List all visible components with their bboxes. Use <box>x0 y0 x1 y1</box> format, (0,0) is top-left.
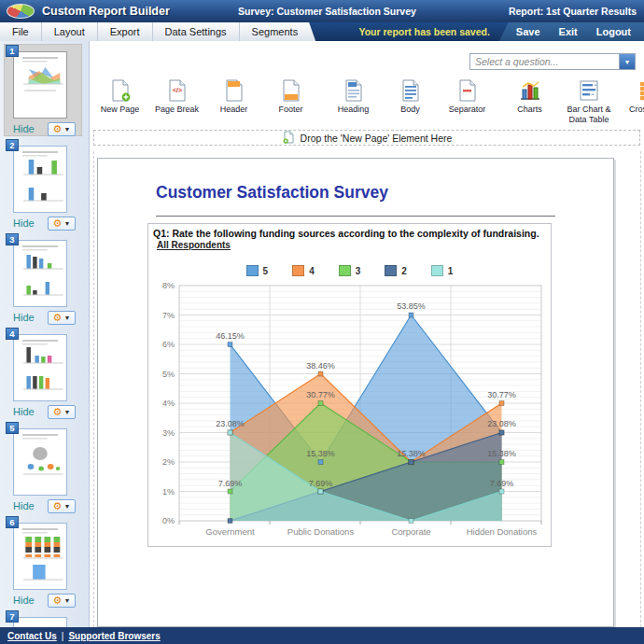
hide-page-link[interactable]: Hide <box>13 500 35 511</box>
hide-page-link[interactable]: Hide <box>13 406 35 417</box>
data-label: 38.46% <box>306 361 335 371</box>
legend-swatch <box>385 265 397 276</box>
hide-page-link[interactable]: Hide <box>13 217 35 229</box>
hide-page-link[interactable]: Hide <box>13 312 35 323</box>
data-point <box>318 371 323 376</box>
page-number-badge: 5 <box>6 422 19 434</box>
chart-legend: 54321 <box>148 265 551 276</box>
save-button[interactable]: Save <box>516 26 540 37</box>
page-options-button[interactable]: ⚙▼ <box>48 122 76 136</box>
y-axis-tick-label: 5% <box>162 370 175 379</box>
legend-label: 5 <box>263 266 269 276</box>
page-actions-row: Hide⚙▼ <box>7 216 84 231</box>
y-axis-tick-label: 4% <box>162 399 175 408</box>
toolbar-item-separator[interactable]: Separator <box>439 75 496 115</box>
bar-chart-data-table-icon <box>577 78 601 103</box>
hide-page-link[interactable]: Hide <box>13 123 35 134</box>
survey-label: Survey: Customer Satisfaction Survey <box>238 6 416 17</box>
legend-swatch <box>246 265 259 276</box>
menu-item-data-settings[interactable]: Data Settings <box>153 22 240 41</box>
legend-item-4: 4 <box>292 265 315 276</box>
legend-swatch <box>431 265 443 276</box>
data-label: 15.38% <box>397 449 426 458</box>
data-point <box>228 489 232 494</box>
page-thumbnail[interactable] <box>13 240 67 307</box>
question-select-input[interactable]: Select a question... <box>470 54 619 69</box>
legend-swatch <box>292 265 304 276</box>
page-actions-row: Hide⚙▼ <box>7 593 84 608</box>
session-actions: SaveExitLogout <box>499 22 644 41</box>
page-thumbnail[interactable] <box>13 617 67 627</box>
exit-button[interactable]: Exit <box>559 26 578 37</box>
toolbar-item-label: Body <box>400 105 420 115</box>
page-thumbnail[interactable] <box>13 523 67 590</box>
toolbar-item-label: Separator <box>449 105 486 115</box>
toolbar-item-heading[interactable]: Heading <box>325 75 382 115</box>
page-options-button[interactable]: ⚙▼ <box>48 594 76 608</box>
menu-item-segments[interactable]: Segments <box>240 22 311 41</box>
page-thumbnail[interactable] <box>13 334 67 401</box>
toolbar-item-header[interactable]: Header <box>205 75 262 115</box>
toolbar-item-page-break[interactable]: </>Page Break <box>148 75 205 115</box>
page-thumbnail[interactable] <box>13 51 67 119</box>
toolbar-item-charts[interactable]: Charts <box>501 75 558 125</box>
toolbar-item-new-page[interactable]: New Page <box>91 75 148 115</box>
app-title: Custom Report Builder <box>42 5 170 18</box>
toolbar-item-label: Header <box>220 105 248 115</box>
legend-label: 1 <box>448 266 454 276</box>
page-thumbnail[interactable] <box>13 146 67 213</box>
menu-right: Your report has been saved. SaveExitLogo… <box>358 22 644 41</box>
header-rule <box>156 216 555 217</box>
y-axis-tick-label: 6% <box>162 340 175 349</box>
menu-item-file[interactable]: File <box>0 22 42 41</box>
svg-text:</>: </> <box>172 87 181 93</box>
cross-tab-icon <box>637 78 644 103</box>
data-label: 46.15% <box>216 331 245 341</box>
hide-page-link[interactable]: Hide <box>13 595 35 606</box>
page-options-button[interactable]: ⚙▼ <box>48 499 76 513</box>
new-page-icon <box>108 78 133 103</box>
new-page-dropzone[interactable]: Drop the 'New Page' Element Here <box>93 130 640 146</box>
sidebar-page-2: 2Hide⚙▼ <box>0 138 89 232</box>
data-label: 7.69% <box>218 479 243 488</box>
y-axis-tick-label: 8% <box>162 281 175 290</box>
gear-icon: ⚙ <box>53 407 63 417</box>
x-axis-category-label: Hidden Donations <box>467 526 538 537</box>
data-point <box>499 489 504 494</box>
toolbar-item-cross-tab[interactable]: Cross-Tab <box>620 75 644 125</box>
legend-label: 2 <box>401 266 407 276</box>
toolbar-item-footer[interactable]: Footer <box>262 75 319 115</box>
chevron-down-icon[interactable]: ▼ <box>619 54 635 69</box>
all-respondents-link[interactable]: All Respondents <box>157 240 231 250</box>
legend-item-2: 2 <box>385 265 407 276</box>
logout-button[interactable]: Logout <box>596 26 631 37</box>
toolbar-item-body[interactable]: Body <box>382 75 439 115</box>
toolbar-item-bar-chart-data-table[interactable]: Bar Chart & Data Table <box>558 75 620 125</box>
page-actions-row: Hide⚙▼ <box>7 498 84 513</box>
data-label: 7.69% <box>490 479 514 488</box>
page-break-icon: </> <box>165 78 189 103</box>
footer-icon <box>279 78 303 103</box>
page-options-button[interactable]: ⚙▼ <box>48 311 76 325</box>
x-axis-category-label: Corporate <box>391 526 430 537</box>
data-label: 15.38% <box>306 449 335 458</box>
gear-icon: ⚙ <box>53 124 63 134</box>
menu-item-export[interactable]: Export <box>98 22 153 41</box>
body: 1Hide⚙▼2Hide⚙▼3Hide⚙▼4Hide⚙▼5Hide⚙▼6Hide… <box>0 41 644 627</box>
q1-area-chart: 46.15%15.38%53.85%23.08%23.08%38.46%15.3… <box>150 278 550 541</box>
supported-browsers-link[interactable]: Supported Browsers <box>68 631 160 641</box>
contact-us-link[interactable]: Contact Us <box>7 631 57 641</box>
data-point <box>318 460 323 465</box>
menubar: FileLayoutExportData SettingsSegments Yo… <box>0 22 644 41</box>
data-label: 53.85% <box>397 301 426 311</box>
titlebar: Custom Report Builder Survey: Customer S… <box>0 0 644 22</box>
page-options-button[interactable]: ⚙▼ <box>48 217 76 231</box>
page-options-button[interactable]: ⚙▼ <box>48 405 76 419</box>
data-label: 30.77% <box>306 390 335 399</box>
page-thumbnail[interactable] <box>13 428 67 496</box>
report-page: Customer Satisfaction Survey Q1: Rate th… <box>97 158 614 627</box>
page-plus-icon <box>282 131 295 146</box>
menu-item-layout[interactable]: Layout <box>42 22 98 41</box>
toolbar-item-label: New Page <box>101 105 140 115</box>
data-label: 7.69% <box>309 479 333 488</box>
